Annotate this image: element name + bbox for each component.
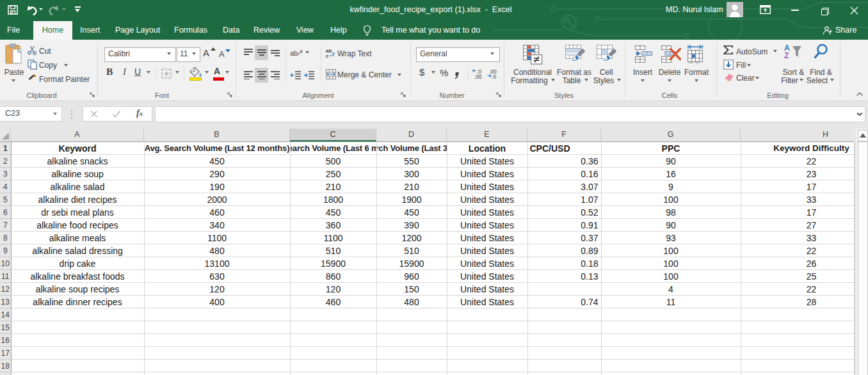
svg-text:.0: .0 bbox=[492, 74, 496, 79]
svg-text:ab: ab bbox=[290, 49, 298, 57]
svg-text:.00: .00 bbox=[474, 74, 482, 79]
svg-text:c: c bbox=[326, 53, 329, 58]
